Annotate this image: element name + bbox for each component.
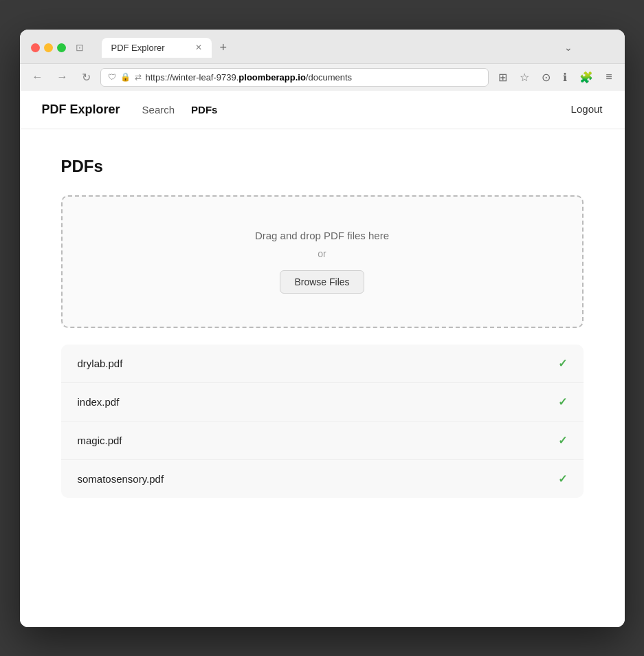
file-name: drylab.pdf: [78, 358, 123, 369]
app-nav-links: Search PDFs: [142, 101, 218, 118]
address-bar[interactable]: 🛡 🔒 ⇄ https://winter-leaf-9739.ploombera…: [100, 68, 489, 87]
window-icon: ⊡: [76, 42, 84, 53]
app-logo: PDF Explorer: [42, 102, 120, 117]
page-title: PDFs: [61, 157, 584, 176]
lock-icon: 🔒: [120, 72, 131, 82]
account-button[interactable]: ℹ: [559, 68, 571, 87]
check-icon: ✓: [558, 357, 567, 370]
check-icon: ✓: [558, 395, 567, 408]
close-traffic-light[interactable]: [31, 43, 40, 52]
active-tab[interactable]: PDF Explorer ✕: [102, 38, 212, 58]
site-info-icon: ⇄: [135, 72, 142, 82]
check-icon: ✓: [558, 434, 567, 447]
tab-bar: PDF Explorer ✕ + ⌄: [91, 38, 614, 58]
browser-window: ⊡ PDF Explorer ✕ + ⌄ ← → ↻ 🛡 🔒 ⇄ https:/…: [20, 30, 625, 627]
tab-title: PDF Explorer: [111, 43, 165, 53]
app-nav: PDF Explorer Search PDFs Logout: [20, 91, 625, 129]
logout-button[interactable]: Logout: [571, 103, 603, 115]
browser-chrome: ⊡ PDF Explorer ✕ + ⌄ ← → ↻ 🛡 🔒 ⇄ https:/…: [20, 30, 625, 91]
file-item-drylab: drylab.pdf ✓: [61, 345, 584, 383]
reload-button[interactable]: ↻: [78, 68, 95, 87]
url-text: https://winter-leaf-9739.ploomberapp.io/…: [146, 72, 353, 83]
shield-icon: 🛡: [108, 72, 116, 82]
nav-actions: ⊞ ☆ ⊙ ℹ 🧩 ≡: [494, 68, 616, 87]
extensions-button[interactable]: 🧩: [575, 68, 597, 87]
file-item-somatosensory: somatosensory.pdf ✓: [61, 460, 584, 498]
file-name: index.pdf: [78, 396, 120, 408]
drop-or-text: or: [79, 248, 566, 259]
pocket-button[interactable]: ⊙: [537, 68, 555, 87]
new-tab-button[interactable]: +: [214, 38, 233, 58]
app-nav-right: Logout: [571, 103, 603, 116]
file-name: somatosensory.pdf: [78, 473, 164, 485]
file-item-index: index.pdf ✓: [61, 383, 584, 422]
nav-bar: ← → ↻ 🛡 🔒 ⇄ https://winter-leaf-9739.plo…: [20, 63, 625, 91]
drop-text: Drag and drop PDF files here: [79, 230, 566, 241]
maximize-traffic-light[interactable]: [57, 43, 66, 52]
tab-chevron-icon: ⌄: [564, 42, 573, 53]
file-name: magic.pdf: [78, 435, 122, 446]
back-button[interactable]: ←: [28, 68, 47, 86]
app-content: PDF Explorer Search PDFs Logout PDFs Dra…: [20, 91, 625, 627]
bookmark-star-button[interactable]: ☆: [515, 68, 533, 87]
main-content: PDFs Drag and drop PDF files here or Bro…: [20, 129, 625, 525]
traffic-lights: [31, 43, 66, 52]
nav-search[interactable]: Search: [142, 101, 175, 118]
grid-view-button[interactable]: ⊞: [494, 68, 511, 87]
browse-files-button[interactable]: Browse Files: [280, 270, 364, 294]
menu-button[interactable]: ≡: [601, 68, 616, 86]
nav-pdfs[interactable]: PDFs: [191, 101, 217, 118]
file-item-magic: magic.pdf ✓: [61, 422, 584, 460]
tab-close-icon[interactable]: ✕: [195, 43, 202, 52]
minimize-traffic-light[interactable]: [44, 43, 53, 52]
forward-button[interactable]: →: [53, 68, 72, 86]
title-bar: ⊡ PDF Explorer ✕ + ⌄: [20, 30, 625, 63]
drop-zone[interactable]: Drag and drop PDF files here or Browse F…: [61, 195, 584, 328]
check-icon: ✓: [558, 472, 567, 485]
file-list: drylab.pdf ✓ index.pdf ✓ magic.pdf ✓ som…: [61, 345, 584, 498]
